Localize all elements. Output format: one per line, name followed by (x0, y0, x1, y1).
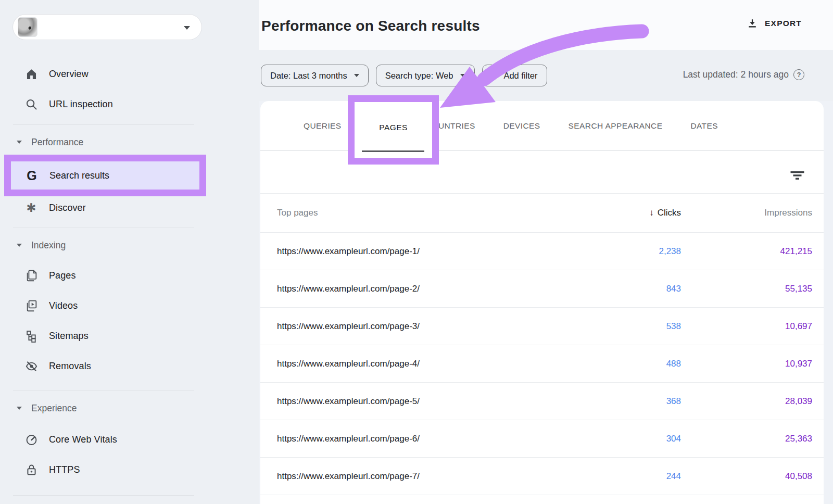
table-row[interactable]: https://www.exampleurl.com/page-7/ 244 4… (260, 458, 824, 495)
sidebar-item-core-web-vitals[interactable]: Core Web Vitals (0, 424, 259, 455)
impressions-value: 40,508 (681, 471, 812, 482)
sidebar-item-label: Removals (49, 361, 91, 372)
page-url[interactable]: https://www.exampleurl.com/page-2/ (260, 284, 603, 294)
column-header-top-pages[interactable]: Top pages (260, 208, 603, 218)
clicks-value: 538 (603, 321, 681, 332)
header-band: Performance on Search results EXPORT (259, 0, 833, 50)
page-title: Performance on Search results (261, 18, 480, 34)
collapse-triangle-icon (17, 407, 22, 410)
google-g-icon: G (25, 169, 39, 182)
section-label: Experience (31, 403, 77, 414)
property-selector[interactable] (12, 14, 202, 40)
clicks-value: 488 (603, 359, 681, 369)
table-row[interactable]: https://www.exampleurl.com/page-3/ 538 1… (260, 308, 824, 345)
table-row[interactable]: https://www.exampleurl.com/page-6/ 304 2… (260, 420, 824, 458)
column-header-impressions[interactable]: Impressions (681, 208, 812, 218)
asterisk-icon: ✱ (24, 201, 38, 215)
table-row[interactable]: https://www.exampleurl.com/page-1/ 2,238… (260, 233, 824, 270)
clicks-value: 244 (603, 471, 681, 482)
impressions-value: 421,215 (681, 246, 812, 257)
sidebar-item-label: Videos (49, 300, 78, 311)
help-icon[interactable]: ? (793, 69, 804, 80)
sidebar-item-overview[interactable]: Overview (0, 59, 259, 89)
export-button[interactable]: EXPORT (747, 18, 802, 29)
videos-icon (24, 299, 38, 312)
active-tab-underline (362, 150, 424, 153)
sidebar-item-label: Discover (49, 203, 86, 213)
search-type-label: Search type: Web (385, 71, 453, 81)
last-updated-text: Last updated: 2 hours ago (683, 69, 789, 80)
download-icon (747, 18, 758, 29)
pages-icon (24, 269, 38, 282)
sort-desc-icon: ↓ (649, 208, 654, 218)
sidebar-item-label: Overview (49, 69, 89, 80)
sidebar-item-label: Search results (49, 170, 109, 181)
column-header-clicks[interactable]: ↓Clicks (603, 208, 681, 218)
tab-queries[interactable]: QUERIES (304, 101, 342, 151)
table-toolbar (260, 151, 824, 194)
sidebar-item-search-results[interactable]: G Search results (4, 155, 206, 196)
add-filter-label: Add filter (503, 71, 537, 81)
add-filter-chip[interactable]: + Add filter (482, 65, 547, 86)
sidebar-item-url-inspection[interactable]: URL inspection (0, 89, 259, 119)
chevron-down-icon (184, 22, 190, 32)
page-url[interactable]: https://www.exampleurl.com/page-3/ (260, 321, 603, 332)
export-label: EXPORT (765, 19, 802, 28)
search-type-filter-chip[interactable]: Search type: Web (376, 65, 475, 86)
page-url[interactable]: https://www.exampleurl.com/page-4/ (260, 359, 603, 369)
date-filter-chip[interactable]: Date: Last 3 months (261, 65, 369, 86)
date-filter-label: Date: Last 3 months (270, 71, 347, 81)
impressions-value: 10,697 (681, 321, 812, 332)
annotated-pages-tab-label[interactable]: PAGES (355, 123, 432, 132)
last-updated-status: Last updated: 2 hours ago ? (683, 69, 804, 80)
search-icon (24, 97, 38, 111)
page-url[interactable]: https://www.exampleurl.com/page-6/ (260, 434, 603, 444)
tab-search-appearance[interactable]: SEARCH APPEARANCE (569, 101, 663, 151)
filter-icon[interactable] (790, 171, 804, 180)
page-url[interactable]: https://www.exampleurl.com/page-5/ (260, 396, 603, 407)
sidebar-item-removals[interactable]: Removals (0, 351, 259, 381)
impressions-value: 25,363 (681, 434, 812, 444)
table-row[interactable]: https://www.exampleurl.com/page-4/ 488 1… (260, 345, 824, 383)
tab-devices[interactable]: DEVICES (503, 101, 540, 151)
chevron-down-icon (354, 74, 359, 77)
main-content: Performance on Search results EXPORT Dat… (259, 0, 833, 504)
sidebar-item-pages[interactable]: Pages (0, 260, 259, 291)
tab-dates[interactable]: DATES (690, 101, 718, 151)
section-label: Performance (31, 137, 83, 148)
sidebar-item-https[interactable]: HTTPS (0, 455, 259, 485)
sidebar-section-experience[interactable]: Experience (0, 399, 259, 417)
sidebar-divider (13, 495, 194, 496)
sitemaps-icon (24, 329, 38, 343)
table-body: https://www.exampleurl.com/page-1/ 2,238… (260, 233, 824, 495)
filter-band: Date: Last 3 months Search type: Web + A… (259, 50, 833, 101)
page-url[interactable]: https://www.exampleurl.com/page-7/ (260, 471, 603, 482)
section-label: Indexing (31, 240, 66, 251)
table-row[interactable]: https://www.exampleurl.com/page-2/ 843 5… (260, 270, 824, 308)
collapse-triangle-icon (17, 244, 22, 247)
report-card: QUERIES PAGES COUNTRIES DEVICES SEARCH A… (260, 101, 824, 504)
sidebar: Overview URL inspection Performance G Se… (0, 0, 259, 504)
sidebar-section-performance[interactable]: Performance (0, 133, 259, 151)
tab-bar: QUERIES PAGES COUNTRIES DEVICES SEARCH A… (260, 101, 824, 151)
sidebar-section-indexing[interactable]: Indexing (0, 236, 259, 254)
collapse-triangle-icon (17, 141, 22, 144)
chevron-down-icon (460, 74, 465, 77)
gauge-icon (24, 433, 38, 446)
table-row[interactable]: https://www.exampleurl.com/page-5/ 368 2… (260, 383, 824, 420)
property-thumbnail (18, 17, 37, 37)
sidebar-divider (13, 228, 194, 228)
home-icon (24, 67, 38, 81)
sidebar-item-videos[interactable]: Videos (0, 291, 259, 321)
clicks-value: 843 (603, 284, 681, 294)
sidebar-item-label: Pages (49, 270, 76, 281)
sidebar-divider (13, 124, 194, 125)
sidebar-item-label: Core Web Vitals (49, 434, 117, 445)
sidebar-item-discover[interactable]: ✱ Discover (0, 194, 259, 221)
sidebar-divider (13, 390, 194, 391)
sidebar-item-sitemaps[interactable]: Sitemaps (0, 321, 259, 351)
clicks-value: 304 (603, 434, 681, 444)
table-header: Top pages ↓Clicks Impressions (260, 194, 824, 233)
impressions-value: 28,039 (681, 396, 812, 407)
page-url[interactable]: https://www.exampleurl.com/page-1/ (260, 246, 603, 257)
